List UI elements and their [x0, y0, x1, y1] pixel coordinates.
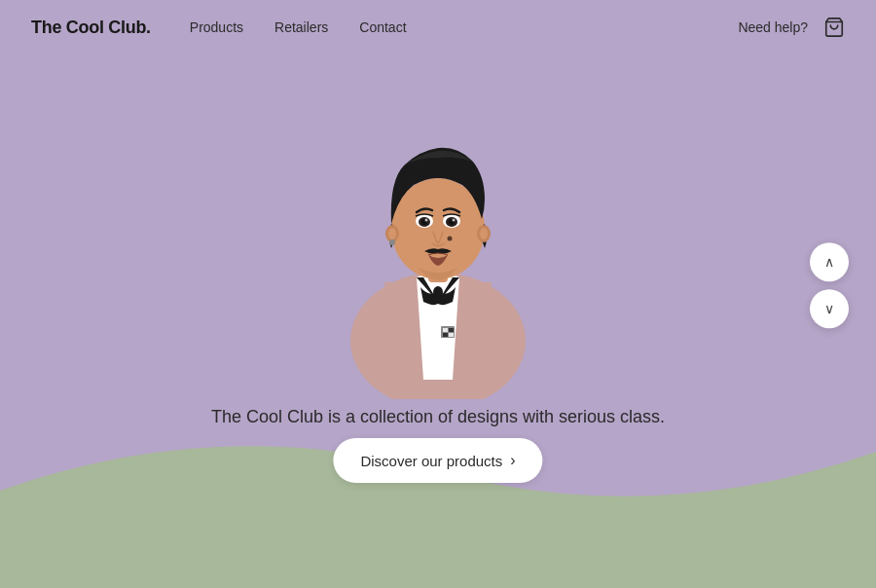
svg-point-21: [425, 219, 428, 222]
scroll-down-button[interactable]: ∨: [810, 289, 849, 328]
nav-link-retailers[interactable]: Retailers: [274, 19, 328, 35]
svg-point-23: [448, 237, 453, 241]
svg-point-2: [433, 286, 443, 298]
character-illustration: [331, 88, 545, 399]
svg-rect-4: [443, 328, 448, 332]
site-logo[interactable]: The Cool Club.: [31, 18, 151, 38]
svg-rect-5: [449, 328, 454, 332]
nav-right: Need help?: [738, 17, 845, 38]
help-label[interactable]: Need help?: [738, 19, 808, 35]
cta-arrow-icon: ›: [510, 452, 515, 469]
svg-point-11: [388, 228, 396, 239]
scroll-up-button[interactable]: ∧: [810, 242, 849, 281]
navbar: The Cool Club. Products Retailers Contac…: [0, 0, 876, 55]
scroll-navigation: ∧ ∨: [810, 242, 849, 328]
svg-rect-6: [443, 333, 448, 337]
svg-point-14: [480, 228, 488, 239]
svg-point-22: [453, 219, 456, 222]
cta-button[interactable]: Discover our products ›: [333, 438, 542, 483]
hero-tagline: The Cool Club is a collection of designs…: [211, 407, 665, 427]
svg-rect-7: [449, 333, 454, 337]
nav-link-products[interactable]: Products: [190, 19, 243, 35]
svg-point-12: [389, 239, 395, 245]
cart-icon[interactable]: [823, 17, 845, 38]
chevron-down-icon: ∨: [824, 301, 834, 316]
nav-link-contact[interactable]: Contact: [359, 19, 406, 35]
character-svg: [331, 88, 545, 399]
chevron-up-icon: ∧: [824, 254, 834, 270]
cta-label: Discover our products: [360, 453, 502, 469]
nav-links: Products Retailers Contact: [190, 19, 407, 35]
